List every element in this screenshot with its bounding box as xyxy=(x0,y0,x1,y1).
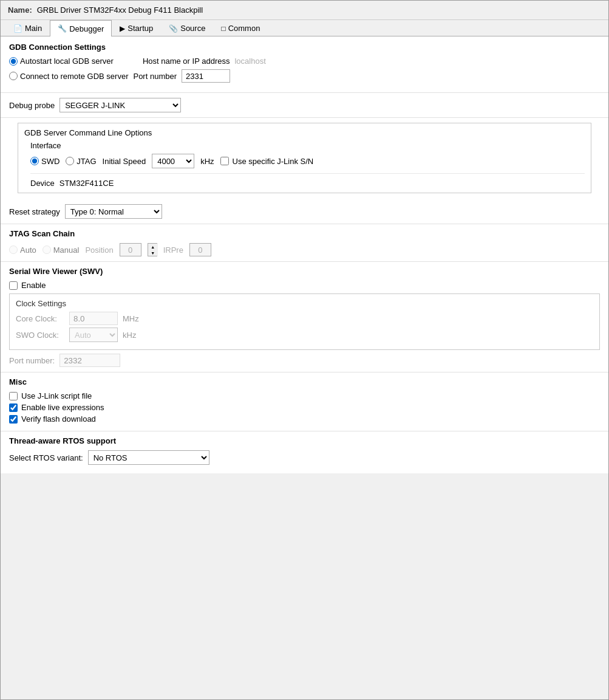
interface-label: Interface xyxy=(30,141,585,150)
content-area: GDB Connection Settings Autostart local … xyxy=(1,36,608,473)
common-tab-icon: □ xyxy=(221,24,225,33)
port-label: Port number xyxy=(133,72,177,81)
startup-tab-icon: ▶ xyxy=(120,24,125,33)
name-label: Name: xyxy=(8,5,32,15)
tab-main[interactable]: 📄 Main xyxy=(5,20,50,36)
tab-main-label: Main xyxy=(25,24,42,33)
rtos-select-label: Select RTOS variant: xyxy=(9,453,83,462)
debug-probe-select[interactable]: SEGGER J-LINK xyxy=(60,98,181,112)
misc-section: Misc Use J-Link script file Enable live … xyxy=(1,372,608,431)
jtag-manual-label: Manual xyxy=(53,245,80,255)
core-clock-label: Core Clock: xyxy=(16,314,64,323)
irpre-input[interactable] xyxy=(189,243,211,256)
gdb-connection-section: GDB Connection Settings Autostart local … xyxy=(1,36,608,93)
autostart-radio[interactable] xyxy=(9,57,18,66)
tab-common[interactable]: □ Common xyxy=(213,20,268,36)
irpre-label: IRPre xyxy=(163,245,183,255)
tab-startup-label: Startup xyxy=(128,24,153,33)
device-label: Device xyxy=(30,179,55,188)
swd-radio[interactable] xyxy=(30,157,39,165)
rtos-select-row: Select RTOS variant: No RTOS FreeRTOS Th… xyxy=(9,450,600,465)
jlink-script-label[interactable]: Use J-Link script file xyxy=(9,391,600,400)
tab-common-label: Common xyxy=(228,24,260,33)
interface-group: Interface SWD JTAG Initial Speed 4000 xyxy=(30,141,585,188)
reset-strategy-label: Reset strategy xyxy=(9,207,60,216)
connect-remote-row: Connect to remote GDB server Port number xyxy=(9,69,600,83)
autostart-label: Autostart local GDB server xyxy=(20,57,114,66)
jtag-scan-section: JTAG Scan Chain Auto Manual Position ▲ ▼… xyxy=(1,224,608,262)
core-clock-input[interactable] xyxy=(69,312,118,325)
tab-debugger-label: Debugger xyxy=(69,24,104,33)
jtag-radio-label[interactable]: JTAG xyxy=(66,157,96,166)
connect-remote-label: Connect to remote GDB server xyxy=(20,72,128,81)
misc-title: Misc xyxy=(9,377,600,386)
tab-source-label: Source xyxy=(180,24,205,33)
swv-port-label: Port number: xyxy=(9,356,55,365)
autostart-radio-label[interactable]: Autostart local GDB server xyxy=(9,57,114,66)
gdb-server-section: GDB Server Command Line Options Interfac… xyxy=(18,123,591,193)
device-value: STM32F411CE xyxy=(60,179,114,188)
tab-source[interactable]: 📎 Source xyxy=(161,20,213,36)
manual-radio-label[interactable]: Manual xyxy=(43,245,80,255)
source-tab-icon: 📎 xyxy=(169,24,178,33)
autostart-row: Autostart local GDB server Host name or … xyxy=(9,57,600,66)
swo-clock-select[interactable]: Auto xyxy=(69,328,118,342)
clock-settings-group: Clock Settings Core Clock: MHz SWO Clock… xyxy=(9,293,600,350)
position-input[interactable] xyxy=(120,243,141,256)
specific-jlink-checkbox[interactable] xyxy=(220,157,229,165)
host-value: localhost xyxy=(234,57,265,66)
swd-label: SWD xyxy=(41,157,60,166)
jtag-auto-radio[interactable] xyxy=(9,245,18,254)
jtag-manual-radio[interactable] xyxy=(43,245,51,254)
connect-remote-radio-label[interactable]: Connect to remote GDB server xyxy=(9,72,128,81)
swv-port-input[interactable] xyxy=(60,354,120,367)
verify-flash-checkbox[interactable] xyxy=(9,415,18,424)
tab-startup[interactable]: ▶ Startup xyxy=(112,20,161,36)
swv-enable-label[interactable]: Enable xyxy=(9,281,600,290)
gdb-server-title: GDB Server Command Line Options xyxy=(24,128,585,137)
connect-remote-radio[interactable] xyxy=(9,72,18,80)
rtos-section: Thread-aware RTOS support Select RTOS va… xyxy=(1,431,608,473)
swd-radio-label[interactable]: SWD xyxy=(30,157,60,166)
specific-jlink-label: Use specific J-Link S/N xyxy=(233,157,314,166)
initial-speed-label: Initial Speed xyxy=(103,157,146,166)
name-value: GRBL Driver STM32F4xx Debug F411 Blackpi… xyxy=(37,5,203,15)
rtos-title: Thread-aware RTOS support xyxy=(9,436,600,445)
specific-jlink-checkbox-label[interactable]: Use specific J-Link S/N xyxy=(220,157,314,166)
core-clock-unit: MHz xyxy=(123,314,139,323)
device-row: Device STM32F411CE xyxy=(30,173,585,188)
tabs-bar: 📄 Main 🔧 Debugger ▶ Startup 📎 Source □ C… xyxy=(1,20,608,36)
jlink-script-text: Use J-Link script file xyxy=(21,391,92,400)
host-field-label: Host name or IP address xyxy=(143,57,230,66)
rtos-select[interactable]: No RTOS FreeRTOS ThreadX embOS MQX xyxy=(88,450,209,465)
auto-radio-label[interactable]: Auto xyxy=(9,245,36,255)
khz-label: kHz xyxy=(200,157,214,166)
position-up-btn[interactable]: ▲ xyxy=(148,244,158,250)
position-down-btn[interactable]: ▼ xyxy=(148,250,158,256)
live-expressions-label[interactable]: Enable live expressions xyxy=(9,403,600,412)
clock-settings-title: Clock Settings xyxy=(16,299,593,308)
initial-speed-select[interactable]: 4000 xyxy=(152,154,194,168)
swv-enable-checkbox[interactable] xyxy=(9,281,18,290)
main-window: Name: GRBL Driver STM32F4xx Debug F411 B… xyxy=(0,0,609,700)
debug-probe-row: Debug probe SEGGER J-LINK xyxy=(1,93,608,118)
position-spinner: ▲ ▼ xyxy=(148,243,157,256)
swv-section: Serial Wire Viewer (SWV) Enable Clock Se… xyxy=(1,262,608,372)
swo-clock-unit: kHz xyxy=(123,331,136,340)
jlink-script-checkbox[interactable] xyxy=(9,392,18,400)
jtag-radio[interactable] xyxy=(66,157,74,165)
reset-strategy-select[interactable]: Type 0: Normal xyxy=(65,204,162,219)
live-expressions-checkbox[interactable] xyxy=(9,403,18,412)
debugger-tab-icon: 🔧 xyxy=(58,24,67,33)
tab-debugger[interactable]: 🔧 Debugger xyxy=(50,20,112,36)
name-bar: Name: GRBL Driver STM32F4xx Debug F411 B… xyxy=(1,1,608,20)
debug-probe-label: Debug probe xyxy=(9,101,55,110)
main-tab-icon: 📄 xyxy=(13,24,22,33)
swv-port-row: Port number: xyxy=(9,354,600,367)
gdb-connection-title: GDB Connection Settings xyxy=(9,43,600,52)
jtag-scan-title: JTAG Scan Chain xyxy=(9,229,600,238)
port-input[interactable] xyxy=(182,69,230,83)
jtag-row: Auto Manual Position ▲ ▼ IRPre xyxy=(9,243,600,256)
reset-section: Reset strategy Type 0: Normal xyxy=(1,199,608,224)
verify-flash-label[interactable]: Verify flash download xyxy=(9,414,600,424)
